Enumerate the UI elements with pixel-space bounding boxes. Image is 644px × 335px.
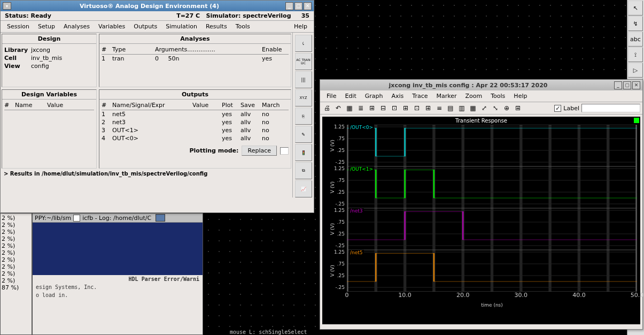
wave-toolbar-icon-3[interactable]: ≣ <box>356 103 366 113</box>
signal-label[interactable]: /net5 <box>349 250 364 255</box>
left-fragment: 2 %)2 %)2 %) 2 %)2 %)2 %) 2 %)2 %)2 %) 2… <box>0 213 32 335</box>
side-icon-run[interactable]: 🚦 <box>295 144 312 161</box>
replace-button[interactable]: Replace <box>242 146 277 156</box>
temp-label: T=27 C <box>176 12 200 19</box>
wave-menu-file[interactable]: File <box>322 92 340 101</box>
wave-toolbar-icon-16[interactable]: ⊕ <box>502 103 511 113</box>
side-icon-analyses[interactable]: AC TRAN DC <box>295 53 312 70</box>
wave-toolbar-icon-4[interactable]: ⊞ <box>367 103 377 113</box>
label-checkbox[interactable]: ✓ <box>554 105 561 112</box>
output-row[interactable]: 2net3 yes allvno <box>102 118 289 126</box>
window-menu-icon[interactable]: ▾ <box>3 2 11 10</box>
side-icon-stop[interactable]: ⧉ <box>295 162 312 179</box>
mouse-status: mouse L: schSingleSelect <box>230 329 307 335</box>
wave-toolbar-icon-7[interactable]: ⊞ <box>401 103 410 113</box>
wave-toolbar-icon-14[interactable]: ⤢ <box>479 103 489 113</box>
side-icon-xyz[interactable]: XYZ <box>295 89 312 106</box>
sch-tool-1[interactable]: ↖ <box>628 1 643 16</box>
waveform-window[interactable]: jxcong inv_tb_mis config : Apr 22 00:53:… <box>320 79 643 330</box>
ade-titlebar[interactable]: ▾ Virtuoso® Analog Design Environment (4… <box>1 1 314 11</box>
wave-menu-graph[interactable]: Graph <box>361 92 387 101</box>
wave-menu-axis[interactable]: Axis <box>387 92 408 101</box>
results-path: > Results in /home/dlut/simulation/inv_t… <box>1 170 292 178</box>
view-key: View <box>4 63 31 70</box>
sch-tool-4[interactable]: ⟟ <box>628 47 643 62</box>
icfb-checkbox[interactable] <box>73 215 80 222</box>
wave-toolbar-icon-8[interactable]: ⊡ <box>412 103 422 113</box>
wave-titlebar[interactable]: jxcong inv_tb_mis config : Apr 22 00:53:… <box>320 80 642 90</box>
menu-outputs[interactable]: Outputs <box>129 22 161 31</box>
sim-number: 35 <box>301 12 309 19</box>
menu-analyses[interactable]: Analyses <box>59 22 94 31</box>
wave-toolbar-icon-15[interactable]: ⤡ <box>491 103 500 113</box>
analyses-panel: Analyses # Type Arguments...............… <box>99 34 291 87</box>
simulator-label: Simulator: spectreVerilog <box>206 12 291 19</box>
wave-menu-tools[interactable]: Tools <box>486 92 509 101</box>
sch-tool-2[interactable]: ↯ <box>628 16 643 31</box>
wave-toolbar-icon-13[interactable]: ▦ <box>468 103 478 113</box>
ade-window[interactable]: ▾ Virtuoso® Analog Design Environment (4… <box>0 0 314 213</box>
side-icon-netlist[interactable]: ⤹ <box>295 35 312 52</box>
library-key: Library <box>4 47 31 54</box>
wave-toolbar-icon-2[interactable]: ▦ <box>345 103 354 113</box>
menu-help[interactable]: Help <box>290 22 312 31</box>
wave-maximize-button[interactable]: ▢ <box>623 81 631 89</box>
signal-label[interactable]: /net3 <box>349 208 364 214</box>
wave-menu-zoom[interactable]: Zoom <box>461 92 487 101</box>
wave-toolbar-icon-0[interactable]: 🖨 <box>322 103 332 113</box>
waveform-strip-1[interactable]: V (V) 1.25.75.25-.25 /OUT<1> <box>347 166 637 208</box>
signal-label[interactable]: /OUT<0> <box>349 125 374 130</box>
wave-menu-help[interactable]: Help <box>509 92 531 101</box>
menu-simulation[interactable]: Simulation <box>161 22 201 31</box>
menu-variables[interactable]: Variables <box>94 22 129 31</box>
menu-session[interactable]: Session <box>3 22 34 31</box>
wave-toolbar-icon-12[interactable]: ▥ <box>457 103 467 113</box>
wave-toolbar-icon-1[interactable]: ↶ <box>333 103 343 113</box>
waveform-strip-0[interactable]: V (V) 1.25.75.25-.25 /OUT<0> <box>347 125 637 166</box>
output-row[interactable]: 1net5 yes allvno <box>102 110 289 118</box>
wave-toolbar-icon-11[interactable]: ▤ <box>446 103 455 113</box>
side-icon-outputs[interactable]: ⎘ <box>295 108 312 125</box>
ade-title: Virtuoso® Analog Design Environment (4) <box>13 3 285 10</box>
menu-results[interactable]: Results <box>201 22 231 31</box>
side-icon-plot[interactable]: 📈 <box>295 180 312 197</box>
wave-close-button[interactable]: ✕ <box>632 81 640 89</box>
analysis-row[interactable]: 1 tran 0 50n yes <box>102 55 289 63</box>
side-icon-edit[interactable]: ✎ <box>295 126 312 143</box>
design-variables-panel: Design Variables # Name Value <box>2 89 97 169</box>
wave-toolbar-icon-5[interactable]: ⊟ <box>378 103 388 113</box>
plot-area[interactable]: Transient Response V (V) 1.25.75.25-.25 … <box>322 117 640 324</box>
sch-tool-5[interactable]: ▷ <box>628 63 643 78</box>
status-text: Status: Ready <box>5 12 176 19</box>
wave-menu-marker[interactable]: Marker <box>432 92 461 101</box>
label-input[interactable] <box>581 104 640 112</box>
icfb-log-window[interactable]: PPY:~/lib/sm icfb - Log: /home/dlut/C HD… <box>32 213 203 335</box>
menu-setup[interactable]: Setup <box>34 22 59 31</box>
outputs-panel-title: Outputs <box>99 90 291 100</box>
sch-tool-3[interactable]: abc <box>628 32 643 47</box>
plotting-mode-toggle[interactable] <box>280 147 289 155</box>
wave-toolbar-icon-6[interactable]: ⊡ <box>390 103 399 113</box>
library-value: jxcong <box>31 47 50 54</box>
plot-title: Transient Response <box>322 117 640 125</box>
wave-toolbar-icon-10[interactable]: ≡ <box>434 103 444 113</box>
plot-indicator-icon <box>634 118 639 123</box>
task-icon[interactable] <box>156 214 165 222</box>
output-row[interactable]: 3OUT<1> yes allvno <box>102 126 289 134</box>
wave-menu-edit[interactable]: Edit <box>340 92 360 101</box>
wave-toolbar-icon-9[interactable]: ⊞ <box>423 103 433 113</box>
output-row[interactable]: 4OUT<0> yes allvno <box>102 134 289 142</box>
close-button[interactable]: ✕ <box>304 2 312 10</box>
wave-menu-trace[interactable]: Trace <box>408 92 432 101</box>
view-value: config <box>31 63 49 70</box>
side-icon-vars[interactable]: ||| <box>295 71 312 88</box>
signal-label[interactable]: /OUT<1> <box>349 166 374 172</box>
maximize-button[interactable]: ▢ <box>294 2 302 10</box>
wave-toolbar-icon-17[interactable]: ⊞ <box>513 103 523 113</box>
cell-value: inv_tb_mis <box>31 55 62 62</box>
waveform-strip-2[interactable]: V (V) 1.25.75.25-.25 /net3 <box>347 208 637 250</box>
waveform-strip-3[interactable]: V (V) 1.25.75.25-.25 /net5 <box>347 250 637 292</box>
menu-tools[interactable]: Tools <box>231 22 254 31</box>
minimize-button[interactable]: _ <box>285 2 293 10</box>
wave-minimize-button[interactable]: _ <box>614 81 622 89</box>
